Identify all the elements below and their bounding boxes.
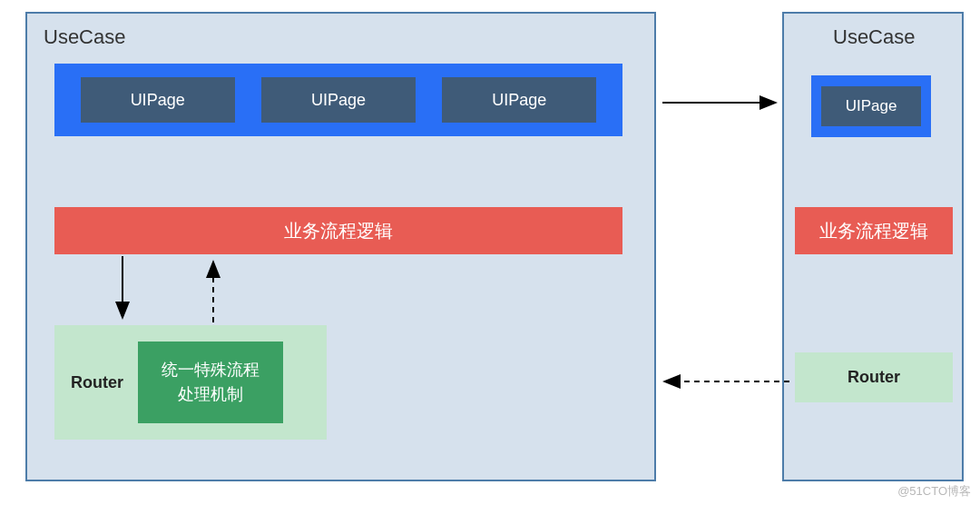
uipage-box: UIPage (442, 77, 596, 123)
router-left-panel: Router 统一特殊流程处理机制 (54, 325, 327, 440)
uipage-box: UIPage (81, 77, 235, 123)
uipage-container-left: UIPage UIPage UIPage (54, 64, 622, 136)
usecase-right-title: UseCase (833, 25, 915, 49)
uipage-container-right: UIPage (811, 75, 931, 137)
business-logic-right: 业务流程逻辑 (795, 207, 953, 254)
router-right-panel: Router (795, 352, 953, 402)
watermark-text: @51CTO博客 (897, 483, 971, 500)
usecase-left-title: UseCase (44, 25, 125, 49)
uipage-box: UIPage (261, 77, 416, 123)
uipage-box: UIPage (821, 86, 921, 126)
router-inner-box: 统一特殊流程处理机制 (138, 342, 283, 423)
router-left-label: Router (54, 373, 138, 392)
router-right-label: Router (848, 368, 900, 387)
business-logic-left: 业务流程逻辑 (54, 207, 622, 254)
